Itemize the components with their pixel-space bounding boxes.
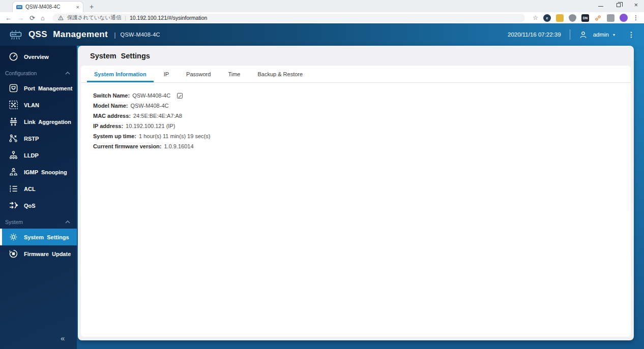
profile-avatar[interactable] [620, 14, 628, 22]
omnibox-divider: | [125, 15, 126, 21]
sidebar-item-port-management[interactable]: Port Management [0, 80, 77, 97]
sidebar-item-label: LLDP [24, 152, 39, 158]
gear-icon [9, 232, 18, 242]
tab-password[interactable]: Password [185, 66, 212, 82]
header-divider: | [114, 31, 115, 39]
not-secure-warning-icon [58, 15, 64, 20]
browser-toolbar: ← → ⟳ ⌂ 保護されていない通信 | 10.192.100.121/#/sy… [0, 12, 644, 23]
field-firmware-version: Current firmware version: 1.0.9.16014 [93, 141, 619, 151]
sidebar-item-label: ACL [24, 186, 36, 192]
sidebar-item-label: RSTP [24, 136, 39, 142]
new-tab-button[interactable]: + [90, 3, 94, 11]
sidebar-item-igmp-snooping[interactable]: IGMP Snooping [0, 164, 77, 180]
extension-icon-2[interactable] [556, 14, 564, 22]
extension-link-icon[interactable] [594, 14, 602, 22]
sidebar-item-vlan[interactable]: VLAN [0, 97, 77, 113]
tab-strip: QSW-M408-4C × + × [0, 0, 644, 12]
field-value: 1.0.9.16014 [164, 143, 193, 149]
sidebar-item-acl[interactable]: ACL [0, 180, 77, 197]
tab-title: QSW-M408-4C [25, 4, 73, 10]
extensions-puzzle-icon[interactable] [607, 14, 614, 22]
field-value: 24:5E:BE:4E:A7:A8 [133, 113, 182, 119]
user-icon [579, 30, 588, 39]
datetime-text: 2020/11/16 07:22:39 [508, 31, 561, 38]
toolbar-trail: ☆ e DN ⋮ [533, 14, 639, 22]
sidebar: Overview Configuration Port Management V… [0, 46, 77, 349]
url-text: 10.192.100.121/#/sysinformation [130, 15, 207, 21]
qos-icon [9, 201, 18, 210]
field-label: System up time: [93, 133, 136, 139]
sidebar-section-system[interactable]: System [0, 215, 77, 229]
user-menu[interactable]: admin [593, 31, 609, 38]
rstp-icon [9, 134, 18, 143]
browser-tab[interactable]: QSW-M408-4C × [12, 1, 83, 12]
sidebar-item-label: VLAN [24, 102, 39, 108]
field-label: Switch Name: [93, 92, 130, 99]
vlan-icon [9, 100, 18, 110]
tab-backup-restore[interactable]: Backup & Restore [256, 66, 304, 82]
sidebar-section-configuration[interactable]: Configuration [0, 66, 77, 80]
sidebar-item-system-settings[interactable]: System Settings [0, 229, 77, 245]
user-caret-icon[interactable]: ▾ [613, 33, 615, 37]
sidebar-item-rstp[interactable]: RSTP [0, 130, 77, 147]
tab-ip[interactable]: IP [163, 66, 170, 82]
field-label: IP address: [93, 123, 123, 129]
browser-menu-icon[interactable]: ⋮ [633, 14, 639, 21]
sidebar-item-qos[interactable]: QoS [0, 197, 77, 214]
field-switch-name: Switch Name: QSW-M408-4C [93, 90, 619, 101]
acl-icon [9, 184, 18, 194]
sidebar-item-label: Link Aggregation [24, 119, 71, 125]
sidebar-item-overview[interactable]: Overview [0, 48, 77, 65]
address-bar[interactable]: 保護されていない通信 | 10.192.100.121/#/sysinforma… [52, 14, 525, 22]
home-icon[interactable]: ⌂ [41, 15, 45, 21]
sidebar-item-link-aggregation[interactable]: Link Aggregation [0, 113, 77, 130]
forward-icon[interactable]: → [17, 15, 24, 21]
bookmark-star-icon[interactable]: ☆ [533, 14, 538, 21]
igmp-snooping-icon [9, 167, 18, 177]
section-label: System [5, 219, 23, 225]
site-favicon-icon [16, 5, 22, 10]
sidebar-item-label: QoS [24, 203, 36, 209]
app-body: Overview Configuration Port Management V… [0, 46, 644, 349]
field-value: QSW-M408-4C [130, 103, 168, 109]
page-title: System Settings [78, 46, 634, 66]
settings-tabs: System Information IP Password Time Back… [81, 66, 631, 83]
sidebar-item-firmware-update[interactable]: Firmware Update [0, 245, 77, 262]
field-model-name: Model Name: QSW-M408-4C [93, 101, 619, 111]
qss-switch-logo-icon [9, 29, 22, 40]
app-header: QSS Management | QSW-M408-4C 2020/11/16 … [0, 23, 644, 46]
window-close-button[interactable]: × [634, 2, 638, 8]
tab-system-information[interactable]: System Information [93, 66, 148, 82]
sidebar-item-label: Port Management [24, 85, 72, 91]
sidebar-item-label: IGMP Snooping [24, 169, 67, 175]
window-minimize-button[interactable] [598, 6, 603, 7]
field-ip-address: IP address: 10.192.100.121 (IP) [93, 121, 619, 131]
tab-close-icon[interactable]: × [76, 4, 79, 10]
firmware-update-icon [9, 249, 18, 259]
settings-panel: System Information IP Password Time Back… [81, 66, 631, 337]
extension-icon-1[interactable]: e [543, 14, 551, 22]
header-menu-icon[interactable]: ⋮ [628, 30, 635, 39]
header-vertical-divider [570, 29, 570, 40]
link-aggregation-icon [9, 117, 18, 126]
field-label: MAC address: [93, 113, 131, 119]
reload-icon[interactable]: ⟳ [30, 15, 35, 21]
back-icon[interactable]: ← [5, 15, 12, 21]
sidebar-collapse-icon[interactable]: « [61, 334, 64, 342]
chevron-up-icon [65, 72, 70, 75]
tab-time[interactable]: Time [227, 66, 241, 82]
extension-icon-3[interactable] [569, 14, 576, 22]
field-value: QSW-M408-4C [132, 92, 170, 99]
edit-switch-name-icon[interactable] [177, 92, 183, 99]
sidebar-item-lldp[interactable]: LLDP [0, 147, 77, 164]
header-right: 2020/11/16 07:22:39 admin ▾ ⋮ [508, 29, 635, 40]
port-icon [9, 83, 18, 93]
field-mac-address: MAC address: 24:5E:BE:4E:A7:A8 [93, 111, 619, 121]
security-warning-text: 保護されていない通信 [67, 14, 121, 21]
chevron-up-icon [65, 220, 70, 224]
lldp-icon [9, 150, 18, 160]
window-restore-button[interactable] [617, 3, 621, 7]
field-label: Model Name: [93, 103, 128, 109]
extension-icon-4[interactable]: DN [581, 14, 589, 22]
device-name: QSW-M408-4C [121, 31, 160, 38]
